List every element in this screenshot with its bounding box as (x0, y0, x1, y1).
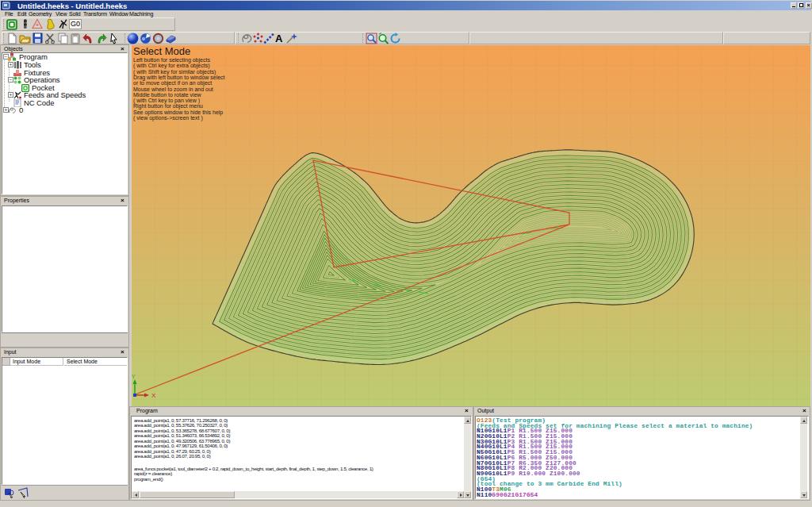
svg-text:X: X (151, 392, 156, 399)
svg-text:+: + (36, 22, 39, 28)
svg-text:Y: Y (132, 374, 136, 379)
